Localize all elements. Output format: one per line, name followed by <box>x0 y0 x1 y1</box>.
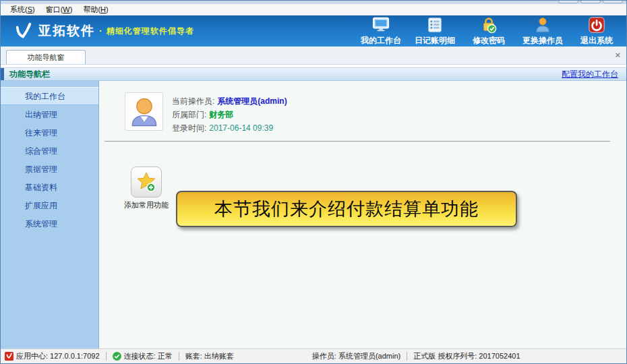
panel-title: 功能导航栏 <box>9 69 50 80</box>
brand-name: 亚拓软件 <box>38 22 95 40</box>
toolbar-item-label: 更换操作员 <box>522 35 563 47</box>
sidebar-item-my-workspace[interactable]: 我的工作台 <box>1 87 98 105</box>
status-separator <box>106 352 107 361</box>
status-license: 正式版 授权序列号: 2017052401 <box>413 351 520 361</box>
sidebar-item-current-accounts[interactable]: 往来管理 <box>1 123 98 142</box>
toolbar-item-label: 退出系统 <box>580 35 613 47</box>
journal-icon <box>426 16 444 34</box>
brand-slogan: 精细化管理软件倡导者 <box>107 26 194 37</box>
menubar: 系统(S) 窗口(W) 帮助(H) <box>1 4 626 16</box>
star-plus-icon <box>131 166 162 198</box>
login-time-line: 登录时间:2017-06-14 09:39 <box>172 121 287 135</box>
connection-ok-icon <box>113 352 121 361</box>
sidebar-item-extended-apps[interactable]: 扩展应用 <box>1 196 98 214</box>
power-icon <box>588 16 605 34</box>
current-user-info: 当前操作员:系统管理员(admin) 所属部门:财务部 登录时间:2017-06… <box>125 92 287 135</box>
toolbar-item-change-password[interactable]: 修改密码 <box>469 16 509 47</box>
titlebar <box>1 1 626 4</box>
sidebar-item-comprehensive-management[interactable]: 综合管理 <box>1 142 98 160</box>
maximize-button[interactable] <box>580 1 601 3</box>
sidebar-item-bill-management[interactable]: 票据管理 <box>1 160 98 178</box>
monitor-icon <box>372 16 390 34</box>
workspace-main: 当前操作员:系统管理员(admin) 所属部门:财务部 登录时间:2017-06… <box>99 81 626 348</box>
status-account-set: 账套: 出纳账套 <box>185 351 234 361</box>
header-toolbar: 我的工作台 日记账明细 修改密码 更换操作员 <box>361 16 617 47</box>
app-center-icon <box>5 352 13 361</box>
sidebar-nav: 我的工作台 出纳管理 往来管理 综合管理 票据管理 基础资料 扩展应用 系统管理 <box>1 81 99 348</box>
toolbar-item-label: 我的工作台 <box>361 35 401 47</box>
section-divider <box>104 141 610 142</box>
toolbar-item-label: 修改密码 <box>473 35 505 47</box>
add-favorite-label: 添加常用功能 <box>122 200 171 210</box>
status-separator <box>179 352 179 361</box>
lock-check-icon <box>480 16 498 34</box>
tab-strip: 功能导航窗 × <box>1 47 626 65</box>
menu-help[interactable]: 帮助(H) <box>78 5 113 15</box>
operator-line: 当前操作员:系统管理员(admin) <box>172 94 287 108</box>
operator-label: 当前操作员: <box>172 96 214 106</box>
banner-text: 本节我们来介绍付款结算单功能 <box>214 197 479 221</box>
status-operator: 操作员: 系统管理员(admin) <box>312 351 400 361</box>
toolbar-item-exit-system[interactable]: 退出系统 <box>576 16 617 47</box>
app-window: 系统(S) 窗口(W) 帮助(H) 亚拓软件 · 精细化管理软件倡导者 我的工作… <box>0 0 627 364</box>
toolbar-item-journal-detail[interactable]: 日记账明细 <box>415 16 455 47</box>
sidebar-item-basic-data[interactable]: 基础资料 <box>1 178 98 196</box>
app-header: 亚拓软件 · 精细化管理软件倡导者 我的工作台 日记账明细 修改 <box>1 16 626 47</box>
department-line: 所属部门:财务部 <box>172 108 287 121</box>
panel-header: 功能导航栏 配置我的工作台 <box>1 67 626 81</box>
sidebar-item-system-management[interactable]: 系统管理 <box>1 214 98 233</box>
body: 我的工作台 出纳管理 往来管理 综合管理 票据管理 基础资料 扩展应用 系统管理… <box>1 81 626 348</box>
login-time-value: 2017-06-14 09:39 <box>209 123 273 133</box>
operator-value: 系统管理员(admin) <box>217 96 287 106</box>
sidebar-item-cashier-management[interactable]: 出纳管理 <box>1 105 98 123</box>
status-separator <box>407 352 407 361</box>
close-button[interactable] <box>603 1 623 3</box>
department-value: 财务部 <box>209 110 233 119</box>
toolbar-item-label: 日记账明细 <box>415 35 455 47</box>
tutorial-banner: 本节我们来介绍付款结算单功能 <box>176 191 517 227</box>
department-label: 所属部门: <box>172 110 206 119</box>
menu-system[interactable]: 系统(S) <box>5 5 40 15</box>
configure-workspace-link[interactable]: 配置我的工作台 <box>562 69 618 80</box>
tab-function-nav[interactable]: 功能导航窗 <box>6 50 86 64</box>
avatar <box>125 92 163 131</box>
panel-accent-bar <box>1 68 4 80</box>
status-bar: 应用中心: 127.0.0.1:7092 连接状态: 正常 账套: 出纳账套 操… <box>1 348 626 363</box>
brand-logo-icon <box>14 22 33 40</box>
status-connection: 连接状态: 正常 <box>113 351 173 361</box>
brand: 亚拓软件 · 精细化管理软件倡导者 <box>14 22 194 40</box>
toolbar-item-my-workspace[interactable]: 我的工作台 <box>361 16 401 47</box>
user-icon <box>534 16 551 34</box>
brand-separator: · <box>99 26 102 36</box>
minimize-button[interactable] <box>558 1 578 3</box>
close-tab-icon[interactable]: × <box>615 51 620 59</box>
menu-window[interactable]: 窗口(W) <box>40 5 78 15</box>
toolbar-item-switch-operator[interactable]: 更换操作员 <box>522 16 563 47</box>
user-info-lines: 当前操作员:系统管理员(admin) 所属部门:财务部 登录时间:2017-06… <box>172 92 287 135</box>
status-app-center: 应用中心: 127.0.0.1:7092 <box>5 351 100 361</box>
add-favorite-button[interactable]: 添加常用功能 <box>122 166 171 210</box>
login-time-label: 登录时间: <box>172 123 206 133</box>
